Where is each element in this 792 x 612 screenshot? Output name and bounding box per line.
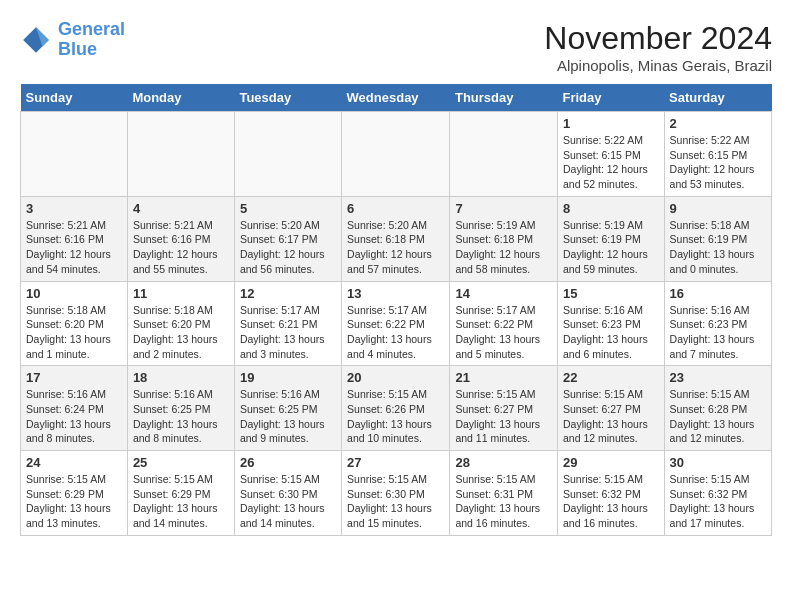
calendar-cell: 7Sunrise: 5:19 AM Sunset: 6:18 PM Daylig… xyxy=(450,196,558,281)
logo-icon xyxy=(20,24,52,56)
logo-line1: General xyxy=(58,19,125,39)
calendar-week-0: 1Sunrise: 5:22 AM Sunset: 6:15 PM Daylig… xyxy=(21,112,772,197)
calendar-cell: 12Sunrise: 5:17 AM Sunset: 6:21 PM Dayli… xyxy=(234,281,341,366)
calendar-cell: 16Sunrise: 5:16 AM Sunset: 6:23 PM Dayli… xyxy=(664,281,771,366)
calendar-cell: 3Sunrise: 5:21 AM Sunset: 6:16 PM Daylig… xyxy=(21,196,128,281)
logo: General Blue xyxy=(20,20,125,60)
calendar-cell xyxy=(127,112,234,197)
col-header-monday: Monday xyxy=(127,84,234,112)
day-number: 11 xyxy=(133,286,229,301)
day-info: Sunrise: 5:18 AM Sunset: 6:19 PM Dayligh… xyxy=(670,218,766,277)
day-info: Sunrise: 5:15 AM Sunset: 6:28 PM Dayligh… xyxy=(670,387,766,446)
day-info: Sunrise: 5:20 AM Sunset: 6:18 PM Dayligh… xyxy=(347,218,444,277)
day-info: Sunrise: 5:15 AM Sunset: 6:30 PM Dayligh… xyxy=(240,472,336,531)
day-number: 5 xyxy=(240,201,336,216)
calendar-week-2: 10Sunrise: 5:18 AM Sunset: 6:20 PM Dayli… xyxy=(21,281,772,366)
day-number: 17 xyxy=(26,370,122,385)
day-info: Sunrise: 5:16 AM Sunset: 6:23 PM Dayligh… xyxy=(670,303,766,362)
day-info: Sunrise: 5:15 AM Sunset: 6:32 PM Dayligh… xyxy=(670,472,766,531)
calendar-cell: 28Sunrise: 5:15 AM Sunset: 6:31 PM Dayli… xyxy=(450,451,558,536)
month-title: November 2024 xyxy=(544,20,772,57)
day-info: Sunrise: 5:17 AM Sunset: 6:22 PM Dayligh… xyxy=(455,303,552,362)
calendar-cell: 4Sunrise: 5:21 AM Sunset: 6:16 PM Daylig… xyxy=(127,196,234,281)
day-number: 18 xyxy=(133,370,229,385)
calendar-cell xyxy=(234,112,341,197)
calendar-cell: 11Sunrise: 5:18 AM Sunset: 6:20 PM Dayli… xyxy=(127,281,234,366)
calendar-cell: 9Sunrise: 5:18 AM Sunset: 6:19 PM Daylig… xyxy=(664,196,771,281)
day-info: Sunrise: 5:21 AM Sunset: 6:16 PM Dayligh… xyxy=(26,218,122,277)
calendar-cell xyxy=(21,112,128,197)
day-info: Sunrise: 5:18 AM Sunset: 6:20 PM Dayligh… xyxy=(26,303,122,362)
day-info: Sunrise: 5:19 AM Sunset: 6:19 PM Dayligh… xyxy=(563,218,659,277)
calendar-cell: 8Sunrise: 5:19 AM Sunset: 6:19 PM Daylig… xyxy=(558,196,665,281)
page-header: General Blue November 2024 Alpinopolis, … xyxy=(20,20,772,74)
calendar-cell: 30Sunrise: 5:15 AM Sunset: 6:32 PM Dayli… xyxy=(664,451,771,536)
day-number: 15 xyxy=(563,286,659,301)
day-info: Sunrise: 5:22 AM Sunset: 6:15 PM Dayligh… xyxy=(563,133,659,192)
day-number: 29 xyxy=(563,455,659,470)
calendar-cell xyxy=(342,112,450,197)
day-info: Sunrise: 5:15 AM Sunset: 6:26 PM Dayligh… xyxy=(347,387,444,446)
calendar-cell: 26Sunrise: 5:15 AM Sunset: 6:30 PM Dayli… xyxy=(234,451,341,536)
day-number: 10 xyxy=(26,286,122,301)
day-info: Sunrise: 5:16 AM Sunset: 6:23 PM Dayligh… xyxy=(563,303,659,362)
day-number: 9 xyxy=(670,201,766,216)
calendar-cell: 5Sunrise: 5:20 AM Sunset: 6:17 PM Daylig… xyxy=(234,196,341,281)
calendar-cell: 10Sunrise: 5:18 AM Sunset: 6:20 PM Dayli… xyxy=(21,281,128,366)
calendar-week-3: 17Sunrise: 5:16 AM Sunset: 6:24 PM Dayli… xyxy=(21,366,772,451)
logo-text: General Blue xyxy=(58,20,125,60)
day-number: 23 xyxy=(670,370,766,385)
day-info: Sunrise: 5:21 AM Sunset: 6:16 PM Dayligh… xyxy=(133,218,229,277)
day-number: 27 xyxy=(347,455,444,470)
calendar-cell: 18Sunrise: 5:16 AM Sunset: 6:25 PM Dayli… xyxy=(127,366,234,451)
day-info: Sunrise: 5:17 AM Sunset: 6:22 PM Dayligh… xyxy=(347,303,444,362)
day-number: 7 xyxy=(455,201,552,216)
location-subtitle: Alpinopolis, Minas Gerais, Brazil xyxy=(544,57,772,74)
calendar-week-4: 24Sunrise: 5:15 AM Sunset: 6:29 PM Dayli… xyxy=(21,451,772,536)
day-number: 30 xyxy=(670,455,766,470)
day-info: Sunrise: 5:20 AM Sunset: 6:17 PM Dayligh… xyxy=(240,218,336,277)
title-area: November 2024 Alpinopolis, Minas Gerais,… xyxy=(544,20,772,74)
calendar-header-row: SundayMondayTuesdayWednesdayThursdayFrid… xyxy=(21,84,772,112)
calendar-cell: 19Sunrise: 5:16 AM Sunset: 6:25 PM Dayli… xyxy=(234,366,341,451)
day-number: 24 xyxy=(26,455,122,470)
day-info: Sunrise: 5:15 AM Sunset: 6:29 PM Dayligh… xyxy=(133,472,229,531)
calendar-cell: 24Sunrise: 5:15 AM Sunset: 6:29 PM Dayli… xyxy=(21,451,128,536)
day-info: Sunrise: 5:19 AM Sunset: 6:18 PM Dayligh… xyxy=(455,218,552,277)
day-number: 8 xyxy=(563,201,659,216)
col-header-tuesday: Tuesday xyxy=(234,84,341,112)
day-number: 22 xyxy=(563,370,659,385)
day-info: Sunrise: 5:17 AM Sunset: 6:21 PM Dayligh… xyxy=(240,303,336,362)
col-header-thursday: Thursday xyxy=(450,84,558,112)
calendar-cell: 20Sunrise: 5:15 AM Sunset: 6:26 PM Dayli… xyxy=(342,366,450,451)
day-number: 28 xyxy=(455,455,552,470)
calendar-cell: 27Sunrise: 5:15 AM Sunset: 6:30 PM Dayli… xyxy=(342,451,450,536)
day-number: 25 xyxy=(133,455,229,470)
calendar-cell: 15Sunrise: 5:16 AM Sunset: 6:23 PM Dayli… xyxy=(558,281,665,366)
day-info: Sunrise: 5:16 AM Sunset: 6:25 PM Dayligh… xyxy=(240,387,336,446)
day-info: Sunrise: 5:15 AM Sunset: 6:27 PM Dayligh… xyxy=(455,387,552,446)
day-info: Sunrise: 5:16 AM Sunset: 6:25 PM Dayligh… xyxy=(133,387,229,446)
day-number: 4 xyxy=(133,201,229,216)
calendar-cell: 1Sunrise: 5:22 AM Sunset: 6:15 PM Daylig… xyxy=(558,112,665,197)
day-number: 14 xyxy=(455,286,552,301)
day-info: Sunrise: 5:15 AM Sunset: 6:31 PM Dayligh… xyxy=(455,472,552,531)
day-number: 13 xyxy=(347,286,444,301)
day-number: 26 xyxy=(240,455,336,470)
col-header-wednesday: Wednesday xyxy=(342,84,450,112)
calendar-week-1: 3Sunrise: 5:21 AM Sunset: 6:16 PM Daylig… xyxy=(21,196,772,281)
calendar-cell: 13Sunrise: 5:17 AM Sunset: 6:22 PM Dayli… xyxy=(342,281,450,366)
col-header-saturday: Saturday xyxy=(664,84,771,112)
day-info: Sunrise: 5:15 AM Sunset: 6:27 PM Dayligh… xyxy=(563,387,659,446)
calendar-table: SundayMondayTuesdayWednesdayThursdayFrid… xyxy=(20,84,772,536)
calendar-cell xyxy=(450,112,558,197)
calendar-cell: 2Sunrise: 5:22 AM Sunset: 6:15 PM Daylig… xyxy=(664,112,771,197)
calendar-cell: 25Sunrise: 5:15 AM Sunset: 6:29 PM Dayli… xyxy=(127,451,234,536)
day-number: 20 xyxy=(347,370,444,385)
calendar-cell: 14Sunrise: 5:17 AM Sunset: 6:22 PM Dayli… xyxy=(450,281,558,366)
day-number: 3 xyxy=(26,201,122,216)
day-number: 21 xyxy=(455,370,552,385)
logo-line2: Blue xyxy=(58,39,97,59)
day-info: Sunrise: 5:16 AM Sunset: 6:24 PM Dayligh… xyxy=(26,387,122,446)
day-number: 1 xyxy=(563,116,659,131)
